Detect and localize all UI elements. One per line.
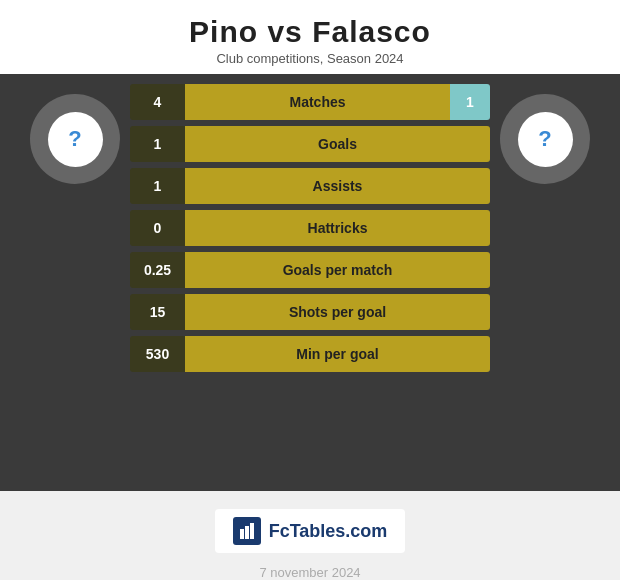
- stat-right-value: 1: [450, 84, 490, 120]
- stat-left-value: 1: [130, 168, 185, 204]
- stat-left-value: 15: [130, 294, 185, 330]
- left-avatar-inner: ?: [48, 112, 103, 167]
- right-avatar-inner: ?: [518, 112, 573, 167]
- stat-bar: Assists: [185, 168, 490, 204]
- stat-row: 1Goals: [130, 126, 490, 162]
- stat-row: 0Hattricks: [130, 210, 490, 246]
- stat-bar: Goals: [185, 126, 490, 162]
- svg-rect-1: [245, 526, 249, 539]
- main-content: ? 4Matches11Goals1Assists0Hattricks0.25G…: [0, 74, 620, 491]
- stat-bar: Goals per match: [185, 252, 490, 288]
- right-player-avatar: ?: [490, 84, 600, 184]
- stat-bar: Shots per goal: [185, 294, 490, 330]
- stat-left-value: 1: [130, 126, 185, 162]
- page-subtitle: Club competitions, Season 2024: [0, 51, 620, 66]
- fctables-logo-block: FcTables.com: [215, 509, 406, 553]
- fctables-label: FcTables.com: [269, 521, 388, 542]
- svg-rect-2: [250, 523, 254, 539]
- header-section: Pino vs Falasco Club competitions, Seaso…: [0, 0, 620, 74]
- stat-label: Min per goal: [296, 346, 378, 362]
- stat-label: Goals: [318, 136, 357, 152]
- stat-label: Hattricks: [308, 220, 368, 236]
- stat-label: Assists: [313, 178, 363, 194]
- stats-column: 4Matches11Goals1Assists0Hattricks0.25Goa…: [130, 84, 490, 372]
- stat-label: Shots per goal: [289, 304, 386, 320]
- stat-row: 530Min per goal: [130, 336, 490, 372]
- stat-bar: Matches: [185, 84, 450, 120]
- stat-left-value: 0: [130, 210, 185, 246]
- left-question-mark-icon: ?: [68, 126, 81, 152]
- page-wrapper: Pino vs Falasco Club competitions, Seaso…: [0, 0, 620, 580]
- stat-bar: Min per goal: [185, 336, 490, 372]
- svg-rect-0: [240, 529, 244, 539]
- stat-label: Goals per match: [283, 262, 393, 278]
- stat-left-value: 530: [130, 336, 185, 372]
- stat-left-value: 0.25: [130, 252, 185, 288]
- stat-left-value: 4: [130, 84, 185, 120]
- fctables-icon: [233, 517, 261, 545]
- right-avatar-circle: ?: [500, 94, 590, 184]
- stat-row: 1Assists: [130, 168, 490, 204]
- date-label: 7 november 2024: [259, 565, 360, 580]
- left-player-avatar: ?: [20, 84, 130, 184]
- stat-row: 4Matches1: [130, 84, 490, 120]
- right-question-mark-icon: ?: [538, 126, 551, 152]
- stat-bar: Hattricks: [185, 210, 490, 246]
- stat-row: 15Shots per goal: [130, 294, 490, 330]
- left-avatar-circle: ?: [30, 94, 120, 184]
- page-title: Pino vs Falasco: [0, 15, 620, 49]
- stat-row: 0.25Goals per match: [130, 252, 490, 288]
- stat-label: Matches: [289, 94, 345, 110]
